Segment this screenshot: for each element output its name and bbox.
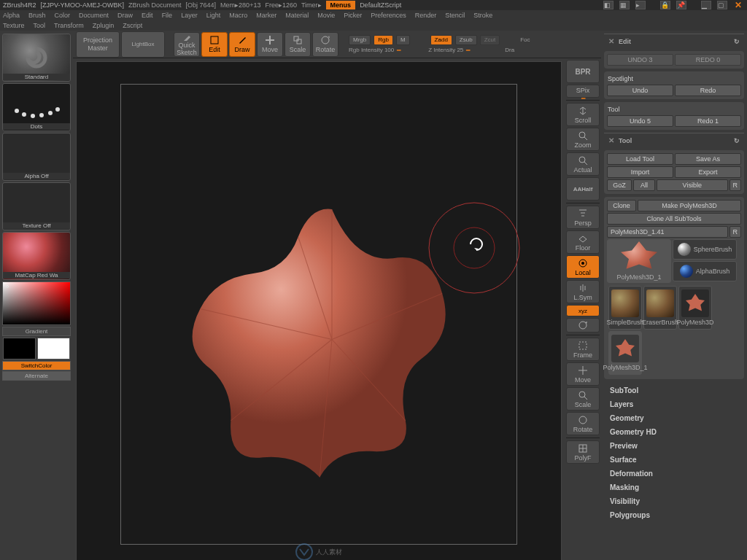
reload-icon[interactable]: ↻	[734, 137, 740, 144]
clone-all-button[interactable]: Clone All SubTools	[607, 213, 741, 225]
menu-zplugin[interactable]: Zplugin	[93, 22, 115, 29]
scroll-button[interactable]: Scroll	[566, 103, 600, 126]
clone-button[interactable]: Clone	[607, 200, 636, 211]
color-picker[interactable]	[2, 281, 71, 325]
floor-button[interactable]: Floor	[566, 230, 600, 254]
section-geometryhd[interactable]: Geometry HD	[610, 425, 738, 439]
section-preview[interactable]: Preview	[610, 439, 738, 453]
section-visibility[interactable]: Visibility	[610, 494, 738, 508]
all-button[interactable]: All	[633, 179, 655, 191]
menu-picker[interactable]: Picker	[344, 12, 362, 19]
minimize-icon[interactable]: ▁	[701, 1, 711, 9]
menu-document[interactable]: Document	[79, 12, 109, 19]
visible-button[interactable]: Visible	[657, 179, 728, 191]
rgb-button[interactable]: Rgb	[374, 35, 393, 45]
edit-button[interactable]: Edit	[201, 32, 228, 57]
menu-preferences[interactable]: Preferences	[371, 12, 406, 19]
reload-icon[interactable]: ↻	[734, 38, 740, 45]
zsub-button[interactable]: Zsub	[455, 35, 477, 45]
section-deformation[interactable]: Deformation	[610, 467, 738, 481]
section-surface[interactable]: Surface	[610, 453, 738, 467]
texture-thumb[interactable]: Texture Off	[2, 182, 71, 230]
frame-button[interactable]: Frame	[566, 338, 600, 361]
quicksketch-button[interactable]: QuickSketch	[174, 32, 200, 57]
actual-button[interactable]: Actual	[566, 152, 600, 176]
mrgb-button[interactable]: Mrgb	[349, 35, 371, 45]
menu-alpha[interactable]: Alpha	[3, 12, 20, 19]
maximize-icon[interactable]: ▢	[717, 1, 727, 9]
spotlight-undo-button[interactable]: Undo	[607, 85, 673, 96]
draw-button[interactable]: Draw	[229, 32, 255, 57]
tool-redo1-button[interactable]: Redo 1	[675, 115, 741, 127]
rotate-button[interactable]: Rotate	[312, 32, 338, 57]
brush-thumb[interactable]: Standard	[2, 34, 71, 82]
switchcolor-button[interactable]: SwitchColor	[2, 361, 71, 370]
menu-draw[interactable]: Draw	[117, 12, 133, 19]
move-button[interactable]: Move	[257, 32, 283, 57]
layout-icon[interactable]: ◧	[603, 1, 614, 9]
menu-stencil[interactable]: Stencil	[445, 12, 465, 19]
load-tool-button[interactable]: Load Tool	[607, 153, 673, 165]
make-polymesh-button[interactable]: Make PolyMesh3D	[638, 200, 741, 211]
close-icon[interactable]: ✕	[732, 0, 744, 10]
layout2-icon[interactable]: ▦	[619, 1, 630, 9]
tool-item-simple[interactable]: SimpleBrush	[608, 286, 642, 330]
pin-icon[interactable]: 📌	[676, 1, 686, 9]
import-button[interactable]: Import	[607, 166, 673, 178]
m-button[interactable]: M	[396, 35, 410, 45]
menu-macro[interactable]: Macro	[229, 12, 247, 19]
goz-button[interactable]: GoZ	[607, 179, 632, 191]
menu-movie[interactable]: Movie	[317, 12, 335, 19]
material-thumb[interactable]: MatCap Red Wa	[2, 232, 71, 280]
menu-file[interactable]: File	[162, 12, 173, 19]
alternate-button[interactable]: Alternate	[2, 371, 71, 381]
menu-transform[interactable]: Transform	[54, 22, 84, 29]
local-button[interactable]: Local	[566, 255, 600, 279]
r2-button[interactable]: R	[729, 226, 742, 238]
alpha-thumb[interactable]: Alpha Off	[2, 133, 71, 181]
rail-scale-button[interactable]: Scale	[566, 387, 600, 411]
tool-undo5-button[interactable]: Undo 5	[607, 115, 673, 127]
current-tool[interactable]: PolyMesh3D_1.41	[607, 226, 728, 238]
viewport[interactable]: 人人素材	[76, 61, 562, 560]
section-masking[interactable]: Masking	[610, 481, 738, 494]
orbit-button[interactable]	[566, 318, 600, 332]
tool-item-polymesh3d1[interactable]: PolyMesh3D_1	[608, 331, 642, 375]
persp-button[interactable]: Persp	[566, 206, 600, 229]
xyz-button[interactable]: xyz	[566, 305, 600, 316]
projection-master-button[interactable]: ProjectionMaster	[76, 31, 120, 58]
redo0-button[interactable]: REDO 0	[675, 54, 741, 66]
rgb-intensity-slider[interactable]: Rgb Intensity 100	[349, 47, 394, 53]
section-geometry[interactable]: Geometry	[610, 411, 738, 425]
menu-layer[interactable]: Layer	[181, 12, 198, 19]
menu-zscript[interactable]: Zscript	[123, 22, 142, 29]
gradient-button[interactable]: Gradient	[2, 327, 71, 336]
zcut-button[interactable]: Zcut	[480, 35, 500, 45]
lsym-button[interactable]: L.Sym	[566, 280, 600, 303]
polyf-button[interactable]: PolyF	[566, 440, 600, 464]
menus-toggle[interactable]: Menus	[326, 1, 356, 9]
r-button[interactable]: R	[729, 179, 742, 191]
tool-item-primary[interactable]: PolyMesh3D_1	[607, 239, 671, 283]
scale-button[interactable]: Scale	[285, 32, 311, 57]
tool-panel-header[interactable]: Tool↻	[604, 133, 744, 147]
menu-texture[interactable]: Texture	[3, 22, 25, 29]
lightbox-button[interactable]: LightBox	[121, 31, 165, 58]
menu-material[interactable]: Material	[285, 12, 309, 19]
rail-move-button[interactable]: Move	[566, 362, 600, 386]
menu-tool[interactable]: Tool	[34, 22, 46, 29]
section-layers[interactable]: Layers	[610, 397, 738, 411]
tool-item-eraser[interactable]: EraserBrush	[643, 286, 677, 330]
undo3-button[interactable]: UNDO 3	[607, 54, 673, 66]
stroke-thumb[interactable]: Dots	[2, 83, 71, 131]
menu-stroke[interactable]: Stroke	[473, 12, 492, 19]
menu-color[interactable]: Color	[55, 12, 71, 19]
swatch-white[interactable]	[37, 338, 70, 359]
edit-panel-header[interactable]: Edit↻	[604, 34, 744, 48]
tool-item-sphere[interactable]: SphereBrush	[673, 239, 737, 260]
export-button[interactable]: Export	[675, 166, 741, 178]
menu-render[interactable]: Render	[415, 12, 437, 19]
aahalf-button[interactable]: AAHalf	[566, 177, 600, 201]
menu-marker[interactable]: Marker	[256, 12, 276, 19]
expand-icon[interactable]: ▸	[635, 1, 646, 9]
